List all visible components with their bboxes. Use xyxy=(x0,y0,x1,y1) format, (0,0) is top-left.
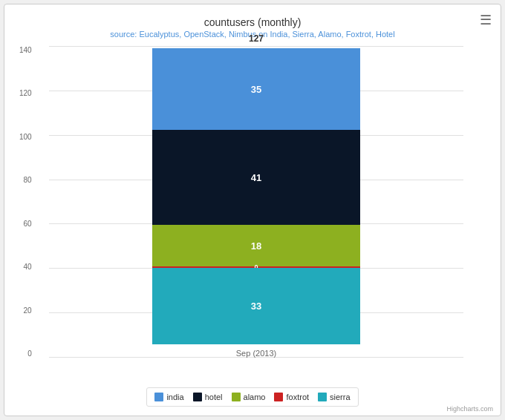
legend-item-sierra: sierra xyxy=(318,393,351,401)
chart-title: countusers (monthly) xyxy=(12,16,493,28)
bar-group-sep2013: 127 35 41 18 0 33 Sep (2013) xyxy=(152,48,360,358)
y-label-80: 80 xyxy=(24,176,35,184)
y-label-60: 60 xyxy=(24,220,35,228)
y-axis: 140 120 100 80 60 40 20 0 xyxy=(19,46,35,358)
y-label-120: 120 xyxy=(19,89,35,97)
y-label-20: 20 xyxy=(24,306,35,315)
bar-segment-india: 35 xyxy=(152,48,360,130)
legend-item-india: india xyxy=(154,393,183,401)
bar-segment-alamo: 18 xyxy=(152,225,360,266)
legend-color-foxtrot xyxy=(274,393,283,401)
y-label-40: 40 xyxy=(24,263,35,271)
stacked-bar: 127 35 41 18 0 33 xyxy=(152,48,360,344)
legend-item-alamo: alamo xyxy=(232,393,266,401)
y-label-140: 140 xyxy=(19,46,35,54)
chart-area: 140 120 100 80 60 40 20 0 127 xyxy=(49,46,463,358)
legend-color-sierra xyxy=(318,393,327,401)
hamburger-button[interactable]: ☰ xyxy=(480,12,492,28)
chart-container: countusers (monthly) source: Eucalyptus,… xyxy=(4,4,501,416)
chart-legend: india hotel alamo foxtrot sierra xyxy=(146,387,358,407)
legend-item-hotel: hotel xyxy=(193,393,223,401)
legend-item-foxtrot: foxtrot xyxy=(274,393,309,401)
bar-total-label: 127 xyxy=(152,33,360,44)
y-label-100: 100 xyxy=(19,133,35,141)
bars-wrapper: 127 35 41 18 0 33 Sep (2013) xyxy=(49,46,463,358)
legend-label-alamo: alamo xyxy=(244,393,266,401)
legend-label-india: india xyxy=(166,393,183,401)
highcharts-credit: Highcharts.com xyxy=(446,405,493,413)
legend-color-india xyxy=(154,393,163,401)
legend-color-hotel xyxy=(193,393,202,401)
legend-label-sierra: sierra xyxy=(330,393,351,401)
legend-label-hotel: hotel xyxy=(205,393,223,401)
legend-label-foxtrot: foxtrot xyxy=(286,393,309,401)
y-label-0: 0 xyxy=(27,350,35,358)
x-axis-label: Sep (2013) xyxy=(236,349,276,358)
bar-segment-sierra: 33 xyxy=(152,268,360,344)
bar-segment-hotel: 41 xyxy=(152,130,360,225)
legend-color-alamo xyxy=(232,393,241,401)
